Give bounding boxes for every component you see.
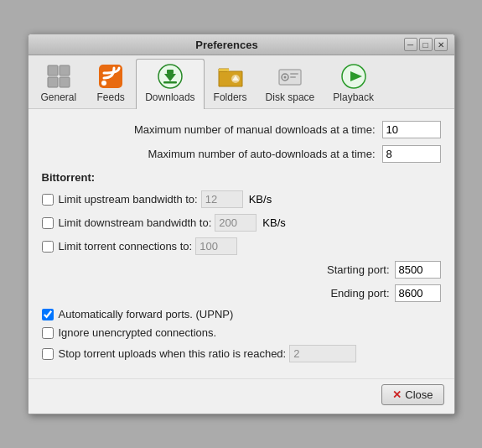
tab-bar: General Feeds Do — [29, 55, 454, 109]
tab-playback-label: Playback — [333, 91, 374, 103]
downloads-icon — [157, 63, 184, 90]
svg-point-5 — [101, 81, 106, 86]
svg-rect-8 — [167, 70, 174, 74]
ignore-unencrypted-row: Ignore unencrypted connections. — [42, 326, 441, 339]
bittorrent-title: Bittorrent: — [42, 171, 441, 184]
titlebar: Preferences ─ □ ✕ — [29, 34, 454, 55]
ignore-unencrypted-checkbox[interactable] — [42, 327, 54, 339]
ending-port-input[interactable] — [395, 284, 441, 302]
limit-upstream-input[interactable] — [201, 190, 243, 208]
maximize-button[interactable]: □ — [419, 38, 433, 51]
starting-port-label: Starting port: — [42, 263, 395, 276]
limit-upstream-label: Limit upstream bandwidth to: — [59, 193, 198, 206]
limit-connections-input[interactable] — [195, 237, 237, 255]
close-label: Close — [405, 388, 433, 401]
starting-port-input[interactable] — [395, 261, 441, 279]
tab-downloads[interactable]: Downloads — [136, 59, 204, 109]
max-auto-label: Maximum number of auto-downloads at a ti… — [42, 148, 382, 160]
close-icon: ✕ — [392, 388, 402, 401]
max-manual-row: Maximum number of manual downloads at a … — [42, 121, 441, 138]
window-controls: ─ □ ✕ — [404, 38, 448, 51]
close-button[interactable]: ✕ Close — [381, 384, 443, 405]
svg-rect-1 — [60, 65, 70, 76]
max-manual-label: Maximum number of manual downloads at a … — [42, 123, 382, 136]
tab-general[interactable]: General — [32, 59, 86, 108]
limit-downstream-row: Limit downstream bandwidth to: KB/s — [42, 214, 441, 232]
tab-feeds-label: Feeds — [97, 91, 125, 103]
folders-icon — [217, 63, 244, 90]
tab-general-label: General — [41, 91, 77, 103]
limit-downstream-input[interactable] — [215, 214, 257, 232]
footer: ✕ Close — [29, 378, 454, 414]
stop-uploads-label: Stop torrent uploads when this ratio is … — [59, 347, 287, 360]
general-icon — [45, 63, 72, 90]
playback-icon — [340, 63, 367, 90]
auto-forward-label: Automatically forward ports. (UPNP) — [59, 308, 234, 320]
main-content: Maximum number of manual downloads at a … — [29, 109, 454, 378]
svg-rect-3 — [60, 77, 70, 87]
svg-rect-0 — [48, 65, 58, 76]
limit-upstream-row: Limit upstream bandwidth to: KB/s — [42, 190, 441, 208]
diskspace-icon — [277, 63, 303, 90]
tab-playback[interactable]: Playback — [324, 59, 383, 108]
limit-downstream-label: Limit downstream bandwidth to: — [59, 216, 212, 229]
svg-rect-15 — [290, 73, 298, 75]
close-button[interactable]: ✕ — [434, 38, 448, 51]
svg-rect-9 — [163, 81, 177, 84]
ending-port-row: Ending port: — [42, 284, 441, 302]
svg-point-14 — [283, 76, 286, 79]
max-auto-input[interactable] — [382, 145, 441, 163]
max-auto-row: Maximum number of auto-downloads at a ti… — [42, 145, 441, 163]
limit-connections-label: Limit torrent connections to: — [59, 240, 193, 253]
tab-diskspace-label: Disk space — [266, 91, 315, 103]
stop-uploads-input[interactable] — [289, 345, 356, 362]
limit-downstream-unit: KB/s — [262, 216, 285, 229]
limit-upstream-unit: KB/s — [249, 193, 272, 206]
svg-rect-2 — [48, 77, 58, 87]
minimize-button[interactable]: ─ — [404, 38, 417, 51]
tab-diskspace[interactable]: Disk space — [257, 59, 324, 108]
limit-upstream-checkbox[interactable] — [42, 194, 54, 206]
starting-port-row: Starting port: — [42, 261, 441, 279]
limit-connections-row: Limit torrent connections to: — [42, 237, 441, 255]
tab-folders-label: Folders — [214, 91, 247, 103]
tab-downloads-label: Downloads — [145, 91, 194, 103]
ending-port-label: Ending port: — [42, 287, 395, 300]
auto-forward-checkbox[interactable] — [42, 309, 54, 320]
preferences-window: Preferences ─ □ ✕ General — [28, 34, 455, 414]
limit-connections-checkbox[interactable] — [42, 241, 54, 253]
limit-downstream-checkbox[interactable] — [42, 217, 54, 229]
stop-uploads-row: Stop torrent uploads when this ratio is … — [42, 345, 441, 362]
ignore-unencrypted-label: Ignore unencrypted connections. — [59, 326, 217, 339]
max-manual-input[interactable] — [382, 121, 441, 138]
tab-folders[interactable]: Folders — [205, 59, 257, 108]
auto-forward-row: Automatically forward ports. (UPNP) — [42, 308, 441, 320]
stop-uploads-checkbox[interactable] — [42, 348, 54, 360]
feeds-icon — [97, 63, 124, 90]
window-title: Preferences — [50, 39, 404, 51]
svg-rect-16 — [290, 76, 296, 78]
tab-feeds[interactable]: Feeds — [86, 59, 136, 108]
